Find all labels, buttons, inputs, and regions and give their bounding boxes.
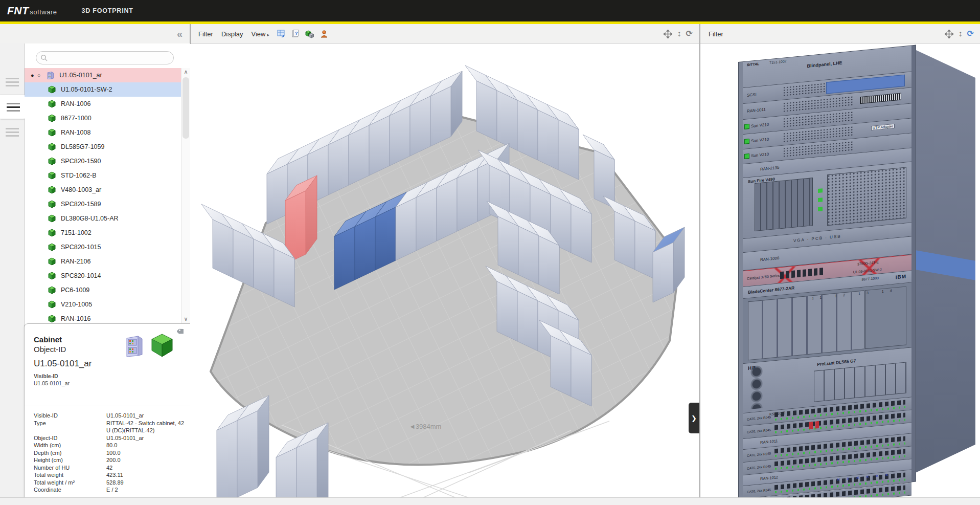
- layout-grid-icon[interactable]: [277, 29, 286, 38]
- radio-unselected[interactable]: ○: [37, 72, 41, 78]
- cabinet-face[interactable]: [297, 438, 317, 498]
- menu-view[interactable]: View▸: [252, 30, 269, 38]
- tree-item-V210-1005[interactable]: V210-1005: [25, 297, 181, 312]
- menu-filter[interactable]: Filter: [198, 30, 213, 38]
- device-lbl: ProLiant DL585 G7: [817, 358, 856, 367]
- device-tag2: U1.05-0101-SW-2: [853, 268, 882, 274]
- cabinet-face[interactable]: [614, 211, 635, 270]
- cabinet-face[interactable]: [213, 219, 233, 278]
- radio-selected[interactable]: ●: [31, 72, 34, 78]
- move-icon[interactable]: [945, 29, 954, 38]
- tree-item-SPC820-1015[interactable]: SPC820-1015: [25, 240, 181, 254]
- tree-item-SPC820-1589[interactable]: SPC820-1589: [25, 197, 181, 211]
- tree-item-8677-1000[interactable]: 8677-1000: [25, 111, 181, 125]
- cube-icon: [150, 333, 174, 358]
- cabinet-face[interactable]: [410, 96, 430, 156]
- room-3d-view[interactable]: ◄3984mm: [190, 44, 699, 498]
- cabinet-face[interactable]: [217, 421, 237, 498]
- move-icon[interactable]: [664, 29, 673, 38]
- cabinet-face[interactable]: [517, 291, 538, 351]
- scroll-down-icon[interactable]: ∨: [181, 315, 190, 323]
- refresh-icon[interactable]: ⟳: [967, 30, 974, 38]
- collapse-panel-icon[interactable]: «: [177, 28, 183, 40]
- expand-panel-button[interactable]: ❯: [689, 403, 699, 433]
- cabinet-face[interactable]: [653, 243, 673, 302]
- cabinet-face[interactable]: [355, 217, 375, 280]
- tree-item-7151-1002[interactable]: 7151-1002: [25, 226, 181, 240]
- fit-height-icon[interactable]: ↕: [677, 30, 681, 38]
- cabinet-face[interactable]: [538, 110, 558, 170]
- tag-icon[interactable]: [177, 327, 185, 336]
- tree-item-DL380G8-U1.05-AR[interactable]: DL380G8-U1.05-AR: [25, 211, 181, 226]
- tree-item-RAN-2106[interactable]: RAN-2106: [25, 254, 181, 269]
- tree-item-SPC820-1014[interactable]: SPC820-1014: [25, 269, 181, 283]
- cabinet-face[interactable]: [375, 207, 396, 270]
- cabinet-face[interactable]: [416, 188, 437, 251]
- cabinet-face[interactable]: [369, 116, 390, 175]
- tree-item-RAN-1006[interactable]: RAN-1006: [25, 97, 181, 111]
- tree-item-STD-1062-B[interactable]: STD-1062-B: [25, 168, 181, 183]
- report-question-icon[interactable]: ?: [291, 29, 300, 38]
- cube-icon: [48, 300, 56, 309]
- scroll-up-icon[interactable]: ∧: [181, 68, 190, 76]
- tree-scrollbar[interactable]: ∧ ∨: [181, 68, 190, 323]
- cabinet-face[interactable]: [396, 197, 416, 260]
- device-lbl: RAN-1011: [760, 438, 778, 445]
- cabinet-face[interactable]: [476, 81, 497, 141]
- cabinet-face[interactable]: [437, 178, 457, 241]
- rack-toolbar: Filter ↕ ⟳: [700, 24, 980, 44]
- menu-display[interactable]: Display: [221, 30, 243, 38]
- cabinet-face[interactable]: [267, 164, 287, 224]
- rail-tab-1[interactable]: [0, 70, 24, 94]
- refresh-icon[interactable]: ⟳: [686, 30, 693, 38]
- search-icon: [40, 54, 48, 61]
- cabinet-face[interactable]: [497, 281, 517, 341]
- cabinet-face[interactable]: [328, 135, 349, 195]
- tree-item-label: V480-1003_ar: [61, 186, 101, 193]
- cabinet-face[interactable]: [274, 249, 294, 307]
- rail-tab-3[interactable]: [0, 120, 24, 144]
- left-panel-toolbar: «: [0, 24, 190, 44]
- cabinet-face[interactable]: [518, 226, 539, 284]
- user-icon[interactable]: [320, 29, 329, 38]
- cabinet-face[interactable]: [430, 86, 451, 146]
- cabinet-face[interactable]: [594, 150, 614, 208]
- cubes-icon[interactable]: [305, 29, 314, 38]
- rack-menu-filter[interactable]: Filter: [709, 30, 723, 38]
- cube-icon: [48, 214, 56, 223]
- tree-item-V480-1003_ar[interactable]: V480-1003_ar: [25, 183, 181, 197]
- cabinet-face[interactable]: [517, 100, 538, 160]
- rail-tab-2-active[interactable]: [0, 95, 27, 119]
- cabinet-face[interactable]: [237, 411, 258, 497]
- cabinet-face[interactable]: [349, 125, 369, 185]
- tree-item-RAN-1008[interactable]: RAN-1008: [25, 125, 181, 140]
- tree-item-SPC820-1590[interactable]: SPC820-1590: [25, 154, 181, 168]
- fit-height-icon[interactable]: ↕: [959, 30, 963, 38]
- cabinet-face[interactable]: [233, 229, 254, 288]
- cabinet-face[interactable]: [497, 91, 517, 150]
- cabinet-face[interactable]: [390, 106, 410, 166]
- tree-search[interactable]: [36, 51, 174, 64]
- tree-item-DL585G7-1059[interactable]: DL585G7-1059: [25, 140, 181, 154]
- cabinet-face[interactable]: [571, 345, 591, 406]
- scrollbar-thumb[interactable]: [183, 77, 189, 139]
- rack-3d-view[interactable]: Blindpanel, LHERITTAL7151-1002SCSIRAN-10…: [700, 44, 980, 498]
- cabinet-face[interactable]: [258, 396, 269, 488]
- search-input[interactable]: [52, 54, 169, 62]
- cabinet-face[interactable]: [571, 204, 591, 262]
- rack-front-face[interactable]: Blindpanel, LHERITTAL7151-1002SCSIRAN-10…: [739, 46, 916, 498]
- cabinet-face[interactable]: [254, 239, 274, 297]
- cabinet-face[interactable]: [558, 120, 579, 180]
- tree-item-U1.05-0101-SW-2[interactable]: U1.05-0101-SW-2: [25, 82, 181, 97]
- cabinet-face[interactable]: [635, 221, 655, 279]
- cabinet-face[interactable]: [539, 236, 559, 294]
- tree-item-PC6-1009[interactable]: PC6-1009: [25, 283, 181, 297]
- tree-item-U1.05-0101_ar[interactable]: ●○U1.05-0101_ar: [25, 68, 181, 82]
- cabinet-face[interactable]: [334, 227, 355, 290]
- tree-item-label: RAN-1016: [61, 315, 90, 322]
- cabinet-face[interactable]: [498, 216, 518, 275]
- cabinet-face[interactable]: [551, 336, 571, 397]
- cabinet-face[interactable]: [457, 168, 477, 231]
- device-sub2: KSL-1052: [769, 411, 785, 416]
- tree-item-RAN-1016[interactable]: RAN-1016: [25, 312, 181, 323]
